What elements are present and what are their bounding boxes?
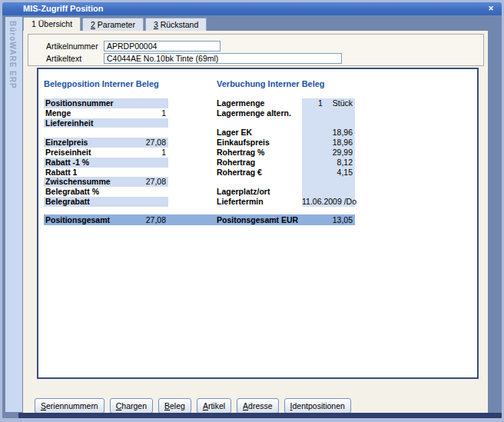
artikel-button[interactable]: Artikel bbox=[197, 398, 231, 414]
brand-label: BüroWARE ERP bbox=[8, 21, 17, 89]
tab-uebersicht[interactable]: 1 Übersicht bbox=[23, 17, 81, 31]
beleg-button[interactable]: Beleg bbox=[158, 398, 191, 414]
total-right-label: Positonsgesamt EUR bbox=[217, 214, 298, 225]
table-row: Positionsnummer bbox=[44, 98, 168, 108]
table-row: Liefereinheit bbox=[44, 118, 168, 128]
table-row: Rabatt 1 bbox=[44, 168, 168, 178]
article-text-row: Artikeltext bbox=[28, 52, 483, 64]
action-button-bar: Seriennummern Chargen Beleg Artikel Adre… bbox=[35, 398, 351, 414]
article-text-input[interactable] bbox=[104, 53, 342, 64]
total-right-value: 13,05 bbox=[333, 214, 353, 225]
table-row: Rabatt -1 % bbox=[44, 158, 168, 168]
seriennummern-button[interactable]: Seriennummern bbox=[35, 398, 104, 414]
left-rows: Positionsnummer Menge1 Liefereinheit Ein… bbox=[44, 98, 168, 207]
right-section-title: Verbuchung Interner Beleg bbox=[217, 79, 325, 88]
chargen-button[interactable]: Chargen bbox=[110, 398, 153, 414]
position-detail-panel: Belegposition Interner Beleg Verbuchung … bbox=[37, 68, 479, 379]
table-row: 1 Stück bbox=[302, 98, 355, 108]
table-row: Belegrabatt bbox=[44, 197, 168, 207]
tab-rueckstand[interactable]: 3 Rückstand bbox=[145, 18, 207, 31]
position-total-row: Positionsgesamt 27,08 Positonsgesamt EUR… bbox=[44, 214, 355, 225]
tab-parameter[interactable]: 2 Parameter bbox=[82, 18, 144, 31]
article-text-label: Artikeltext bbox=[46, 54, 104, 63]
titlebar[interactable]: MIS-Zugriff Position ✕ bbox=[2, 2, 502, 15]
table-row: Einzelpreis27,08 bbox=[44, 138, 168, 148]
close-icon[interactable]: ✕ bbox=[486, 2, 496, 15]
table-row: Belegrabatt % bbox=[44, 187, 168, 197]
table-row: Zwischensumme27,08 bbox=[44, 177, 168, 187]
brand-sidebar: BüroWARE ERP bbox=[5, 17, 22, 412]
adresse-button[interactable]: Adresse bbox=[237, 398, 279, 414]
window-bottom-accent bbox=[18, 413, 502, 418]
total-left-value: 27,08 bbox=[44, 214, 166, 225]
tab-bar: 1 Übersicht 2 Parameter 3 Rückstand bbox=[23, 17, 208, 31]
window-title: MIS-Zugriff Position bbox=[23, 4, 103, 13]
table-row: Menge1 bbox=[44, 108, 168, 118]
right-value-band: 1 Stück 18,96 18,96 29,99 8,12 4,15 11.0… bbox=[302, 98, 355, 207]
window-body: BüroWARE ERP 1 Übersicht 2 Parameter 3 R… bbox=[2, 15, 502, 418]
article-number-label: Artikelnummer bbox=[46, 42, 104, 51]
article-number-input[interactable] bbox=[104, 41, 220, 52]
article-header-panel: Artikelnummer Artikeltext bbox=[28, 34, 484, 66]
left-section-title: Belegposition Interner Beleg bbox=[44, 79, 159, 88]
application-window: MIS-Zugriff Position ✕ BüroWARE ERP 1 Üb… bbox=[0, 0, 504, 422]
table-row: Preiseinheit1 bbox=[44, 148, 168, 158]
tab-page-uebersicht: Artikelnummer Artikeltext Belegposition … bbox=[23, 31, 488, 413]
table-row bbox=[44, 128, 168, 138]
article-number-row: Artikelnummer bbox=[28, 40, 483, 52]
identpositionen-button[interactable]: Identpositionen bbox=[284, 398, 351, 414]
